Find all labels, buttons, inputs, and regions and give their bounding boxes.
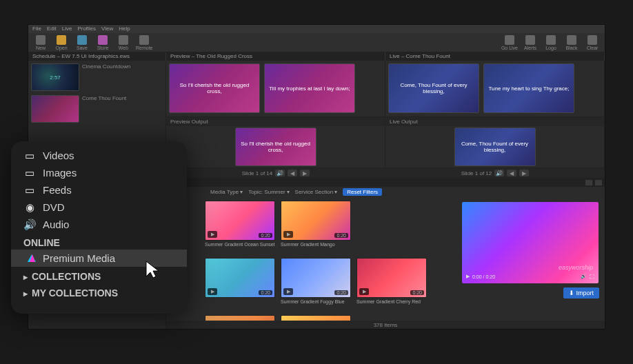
chevron-down-icon: ▾: [334, 189, 337, 195]
schedule-title: Cinema Countdown: [82, 63, 130, 91]
play-icon: ▶: [359, 288, 369, 295]
undock-icon[interactable]: [585, 180, 592, 185]
media-tile[interactable]: ▶0:20Summer Gradient Ocean Sunset: [205, 201, 275, 247]
toolbar-web[interactable]: Web: [115, 35, 132, 50]
play-icon: ▶: [208, 231, 217, 238]
media-thumb: ▶0:20: [205, 258, 275, 298]
prev-button[interactable]: ◀: [288, 170, 297, 176]
media-thumb: ▶0:20: [356, 258, 427, 298]
filter-topic[interactable]: Topic: Summer ▾: [248, 189, 289, 195]
slide[interactable]: Come, Thou Fount of every blessing,: [388, 63, 479, 113]
video-icon: ▭: [23, 151, 36, 161]
live-slide-counter: Slide 1 of 12: [461, 170, 492, 176]
prev-button[interactable]: ◀: [507, 170, 516, 176]
next-button[interactable]: ▶: [300, 170, 310, 176]
toolbar-save[interactable]: Save: [74, 35, 90, 50]
schedule-item[interactable]: Come Thou Fount: [31, 95, 163, 123]
media-panel-header: [166, 179, 605, 187]
filter-media-type[interactable]: Media Type ▾: [210, 189, 243, 195]
volume-icon[interactable]: 🔊: [494, 170, 504, 176]
media-footer: 378 items: [166, 321, 605, 329]
clear-icon: [587, 35, 597, 45]
media-source-menu: ▭Videos▭Images▭Feeds◉DVD🔊Audio ONLINE Pr…: [11, 141, 187, 314]
media-tile[interactable]: ▶0:20: [205, 258, 275, 304]
close-icon[interactable]: [595, 180, 602, 185]
fullscreen-icon[interactable]: ⛶: [590, 274, 594, 279]
volume-icon[interactable]: 🔊: [581, 274, 587, 279]
preview-slide-counter: Slide 1 of 14: [242, 170, 272, 176]
media-preview-video[interactable]: easyworship ▶ 0:00 / 0:20 🔊 ⛶: [462, 202, 599, 283]
menu-edit[interactable]: Edit: [47, 26, 57, 32]
menu-item-images[interactable]: ▭Images: [11, 164, 187, 181]
media-tile[interactable]: ▶0:20Summer Gradient Cherry Red: [356, 258, 427, 304]
preview-controls: Slide 1 of 14 🔊 ◀ ▶: [166, 168, 385, 178]
toolbar-black[interactable]: Black: [563, 35, 580, 50]
live-output-label: Live Output: [385, 117, 604, 126]
schedule-item[interactable]: 2:57Cinema Countdown: [31, 63, 163, 91]
duration-badge: 0:20: [334, 290, 348, 295]
duration-badge: 0:20: [259, 233, 272, 238]
live-header: Live – Come Thou Fount: [385, 52, 605, 61]
next-button[interactable]: ▶: [519, 170, 529, 176]
black-icon: [567, 35, 576, 45]
menu-item-dvd[interactable]: ◉DVD: [11, 199, 187, 216]
media-tile[interactable]: [205, 315, 275, 321]
menu-item-videos[interactable]: ▭Videos: [11, 147, 187, 164]
volume-icon[interactable]: 🔊: [275, 170, 285, 176]
toolbar-store[interactable]: Store: [94, 35, 111, 50]
slide[interactable]: Till my trophies at last I lay down;: [264, 63, 355, 113]
media-tile[interactable]: ▶0:20Summer Gradient Foggy Blue: [281, 258, 351, 304]
filter-service-section[interactable]: Service Section ▾: [295, 189, 338, 195]
media-title: Summer Gradient Ocean Sunset: [205, 242, 275, 247]
slide[interactable]: So I'll cherish the old rugged cross,: [169, 63, 260, 113]
media-preview-panel: easyworship ▶ 0:00 / 0:20 🔊 ⛶ ⬇ Import: [456, 196, 605, 321]
dvd-icon: ◉: [23, 203, 36, 212]
logo-icon: [546, 35, 556, 45]
menu-live[interactable]: Live: [62, 26, 72, 32]
remote-icon: [139, 35, 149, 45]
media-thumb: [281, 315, 351, 321]
media-tile[interactable]: [281, 315, 351, 321]
panel-headers: Schedule – EW 7.5 UI Infographics.ews Pr…: [28, 52, 605, 61]
menu-file[interactable]: File: [32, 26, 41, 32]
media-thumb: ▶0:20: [205, 201, 275, 241]
open-icon: [57, 35, 66, 45]
collections-section[interactable]: COLLECTIONS: [11, 267, 187, 283]
menu-item-premium-media[interactable]: Premium Media: [11, 250, 187, 267]
live-output-slide[interactable]: Come, Thou Fount of every blessing,: [454, 128, 536, 166]
web-icon: [119, 35, 128, 45]
toolbar-logo[interactable]: Logo: [543, 35, 559, 50]
toolbar-go-live[interactable]: Go Live: [501, 35, 518, 50]
menu-help[interactable]: Help: [119, 26, 130, 32]
preview-slides: So I'll cherish the old rugged cross,Til…: [166, 61, 385, 117]
toolbar-alerts[interactable]: Alerts: [522, 35, 539, 50]
reset-filters-button[interactable]: Reset Filters: [343, 188, 382, 196]
play-icon[interactable]: ▶: [466, 274, 470, 279]
menu-item-feeds[interactable]: ▭Feeds: [11, 181, 187, 199]
my-collections-section[interactable]: MY COLLECTIONS: [11, 283, 187, 300]
media-title: Summer Gradient Foggy Blue: [281, 299, 351, 304]
preview-header: Preview – The Old Rugged Cross: [166, 52, 385, 61]
play-icon: ▶: [283, 231, 293, 238]
import-button[interactable]: ⬇ Import: [563, 287, 599, 299]
audio-icon: 🔊: [23, 220, 36, 230]
media-thumb: [205, 315, 275, 321]
preview-output-pane: Preview Output So I'll cherish the old r…: [166, 117, 385, 168]
schedule-thumb: [31, 95, 79, 123]
online-section-label: ONLINE: [11, 233, 187, 250]
schedule-title: Come Thou Fount: [82, 95, 126, 123]
toolbar-clear[interactable]: Clear: [584, 35, 601, 50]
menu-view[interactable]: View: [101, 26, 113, 32]
duration-badge: 0:20: [334, 233, 348, 238]
slide[interactable]: Tune my heart to sing Thy grace;: [483, 63, 574, 113]
media-tile[interactable]: ▶0:20Summer Gradient Mango: [281, 201, 351, 247]
preview-output-slide[interactable]: So I'll cherish the old rugged cross,: [235, 128, 316, 166]
menu-profiles[interactable]: Profiles: [77, 26, 96, 32]
menu-item-audio[interactable]: 🔊Audio: [11, 216, 187, 233]
toolbar-new[interactable]: New: [32, 35, 49, 50]
watermark: easyworship: [559, 264, 593, 271]
toolbar-open[interactable]: Open: [53, 35, 70, 50]
chevron-down-icon: ▾: [240, 189, 243, 195]
toolbar-remote[interactable]: Remote: [136, 35, 153, 50]
preview-output-label: Preview Output: [166, 117, 385, 126]
